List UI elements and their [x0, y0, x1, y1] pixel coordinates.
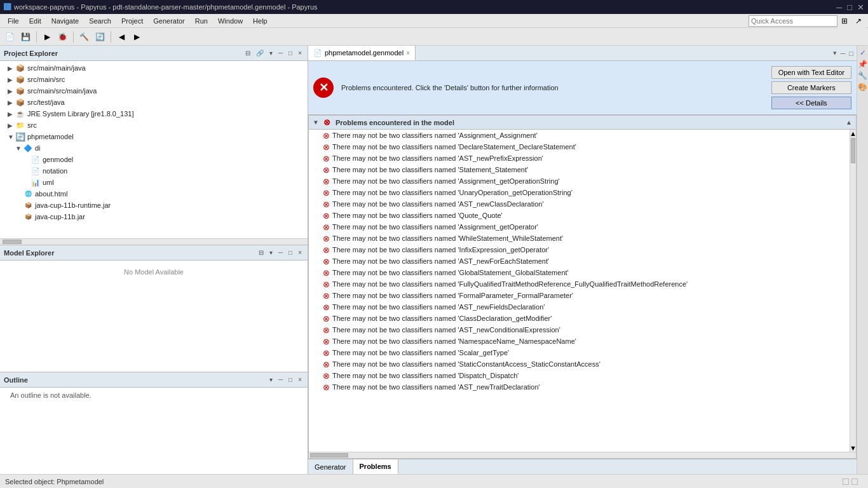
close-button[interactable]: ✕: [857, 3, 864, 12]
problem-list-item[interactable]: ⊗There may not be two classifiers named …: [309, 175, 850, 187]
menu-project[interactable]: Project: [116, 16, 148, 26]
problem-list-item[interactable]: ⊗There may not be two classifiers named …: [309, 210, 850, 221]
minimize-project-explorer-button[interactable]: ─: [276, 49, 285, 57]
problems-scrollbar[interactable]: ▲ ▼: [850, 130, 856, 452]
tree-item-about-html[interactable]: 🌐 about.html: [0, 188, 308, 200]
run-last-button[interactable]: ▶: [40, 30, 54, 44]
error-bullet-icon: ⊗: [323, 302, 330, 312]
problem-list-item[interactable]: ⊗There may not be two classifiers named …: [309, 244, 850, 255]
tab-generator[interactable]: Generator: [308, 459, 353, 474]
tree-item-src-main-main-java[interactable]: ▶ 📦 src/main/main/java: [0, 62, 308, 74]
details-button[interactable]: << Details: [771, 97, 851, 109]
debug-button[interactable]: 🐞: [55, 30, 70, 44]
problem-list-item[interactable]: ⊗There may not be two classifiers named …: [309, 198, 850, 210]
menu-navigate[interactable]: Navigate: [46, 16, 84, 26]
scroll-thumb[interactable]: [851, 138, 855, 163]
tab-close-button[interactable]: ×: [406, 50, 410, 57]
close-outline-button[interactable]: ×: [296, 376, 304, 384]
problem-list-item[interactable]: ⊗There may not be two classifiers named …: [309, 164, 850, 175]
problem-list-item[interactable]: ⊗There may not be two classifiers named …: [309, 267, 850, 278]
menu-help[interactable]: Help: [248, 16, 273, 26]
sync-model-button[interactable]: ⊟: [257, 248, 266, 257]
tree-item-src-main-src-main-java[interactable]: ▶ 📦 src/main/src/main/java: [0, 85, 308, 97]
problem-list-item[interactable]: ⊗There may not be two classifiers named …: [309, 347, 850, 358]
save-button[interactable]: 💾: [18, 30, 33, 44]
problem-list-item[interactable]: ⊗There may not be two classifiers named …: [309, 336, 850, 347]
maximize-outline-button[interactable]: □: [287, 376, 294, 384]
tools-icon[interactable]: 🔧: [858, 71, 867, 80]
build-button[interactable]: 🔨: [77, 30, 92, 44]
problem-list-item[interactable]: ⊗There may not be two classifiers named …: [309, 324, 850, 336]
refresh-button[interactable]: 🔄: [93, 30, 107, 44]
tree-item-jar2[interactable]: 📦 java-cup-11b.jar: [0, 211, 308, 222]
problems-horizontal-scroll[interactable]: [309, 452, 856, 458]
maximize-model-explorer-button[interactable]: □: [287, 248, 294, 257]
problem-list-item[interactable]: ⊗There may not be two classifiers named …: [309, 221, 850, 233]
perspective-button[interactable]: ⊞: [837, 14, 851, 28]
problem-list-item[interactable]: ⊗There may not be two classifiers named …: [309, 313, 850, 324]
problem-list-item[interactable]: ⊗There may not be two classifiers named …: [309, 358, 850, 370]
scroll-down-button[interactable]: ▼: [850, 444, 856, 452]
quick-access-input[interactable]: [749, 15, 837, 27]
editor-tab-genmodel[interactable]: 📄 phpmetamodel.genmodel ×: [308, 46, 416, 60]
problem-list-item[interactable]: ⊗There may not be two classifiers named …: [309, 130, 850, 141]
close-model-explorer-button[interactable]: ×: [296, 248, 304, 257]
minimize-outline-button[interactable]: ─: [276, 376, 285, 384]
problem-list-item[interactable]: ⊗There may not be two classifiers named …: [309, 255, 850, 267]
maximize-button[interactable]: □: [847, 3, 852, 12]
tree-item-phpmetamodel[interactable]: ▼ 🔄 phpmetamodel: [0, 131, 308, 142]
forward-button[interactable]: ▶: [130, 30, 144, 44]
tree-arrow: ▶: [8, 111, 15, 118]
collapse-all-button[interactable]: ⊟: [243, 49, 252, 57]
tree-item-src-test-java[interactable]: ▶ 📦 src/test/java: [0, 97, 308, 108]
tab-problems[interactable]: Problems: [353, 459, 398, 474]
tree-item-uml[interactable]: 📊 uml: [0, 177, 308, 188]
pin-icon[interactable]: 📌: [858, 60, 867, 69]
menu-search[interactable]: Search: [84, 16, 116, 26]
maximize-editor-button[interactable]: □: [848, 49, 854, 58]
tree-item-notation[interactable]: 📄 notation: [0, 165, 308, 177]
problem-list-item[interactable]: ⊗There may not be two classifiers named …: [309, 381, 850, 393]
tree-item-genmodel[interactable]: 📄 genmodel: [0, 154, 308, 165]
view-list-button[interactable]: ▾: [832, 48, 837, 58]
palette-icon[interactable]: 🎨: [858, 83, 867, 92]
tree-label: java-cup-11b-runtime.jar: [35, 201, 111, 209]
create-markers-button[interactable]: Create Markers: [771, 81, 851, 94]
close-project-explorer-button[interactable]: ×: [296, 49, 304, 57]
tree-item-di[interactable]: ▼ 🔷 di: [0, 142, 308, 154]
menu-generator[interactable]: Generator: [148, 16, 190, 26]
problem-text: There may not be two classifiers named '…: [332, 326, 560, 334]
problem-list-item[interactable]: ⊗There may not be two classifiers named …: [309, 290, 850, 301]
menu-edit[interactable]: Edit: [24, 16, 46, 26]
checkmark-icon[interactable]: ✓: [858, 48, 867, 57]
menu-run[interactable]: Run: [190, 16, 213, 26]
outline-menu-button[interactable]: ▾: [268, 376, 275, 384]
problem-list-item[interactable]: ⊗There may not be two classifiers named …: [309, 278, 850, 290]
menu-window[interactable]: Window: [213, 16, 248, 26]
tree-item-jar1[interactable]: 📦 java-cup-11b-runtime.jar: [0, 200, 308, 211]
problem-list-item[interactable]: ⊗There may not be two classifiers named …: [309, 141, 850, 152]
problem-list-item[interactable]: ⊗There may not be two classifiers named …: [309, 370, 850, 381]
new-button[interactable]: 📄: [3, 30, 17, 44]
tree-item-src-main-src[interactable]: ▶ 📦 src/main/src: [0, 74, 308, 85]
open-perspective-button[interactable]: ↗: [851, 14, 865, 28]
scroll-up-button[interactable]: ▲: [850, 130, 856, 137]
link-with-editor-button[interactable]: 🔗: [254, 49, 266, 57]
folder-icon: 📁: [15, 121, 25, 130]
view-menu-button[interactable]: ▾: [268, 49, 275, 57]
back-button[interactable]: ◀: [114, 30, 128, 44]
menu-file[interactable]: File: [3, 16, 24, 26]
minimize-model-explorer-button[interactable]: ─: [276, 248, 285, 257]
scroll-up[interactable]: ▲: [846, 119, 852, 126]
tree-item-src[interactable]: ▶ 📁 src: [0, 119, 308, 131]
minimize-editor-button[interactable]: ─: [840, 49, 846, 58]
problem-list-item[interactable]: ⊗There may not be two classifiers named …: [309, 152, 850, 164]
tree-item-jre[interactable]: ▶ ☕ JRE System Library [jre1.8.0_131]: [0, 108, 308, 119]
problem-list-item[interactable]: ⊗There may not be two classifiers named …: [309, 233, 850, 244]
model-menu-button[interactable]: ▾: [268, 248, 275, 257]
minimize-button[interactable]: ─: [836, 3, 842, 12]
problem-list-item[interactable]: ⊗There may not be two classifiers named …: [309, 301, 850, 313]
open-with-text-editor-button[interactable]: Open with Text Editor: [771, 66, 851, 79]
maximize-project-explorer-button[interactable]: □: [287, 49, 294, 57]
problem-list-item[interactable]: ⊗There may not be two classifiers named …: [309, 187, 850, 198]
